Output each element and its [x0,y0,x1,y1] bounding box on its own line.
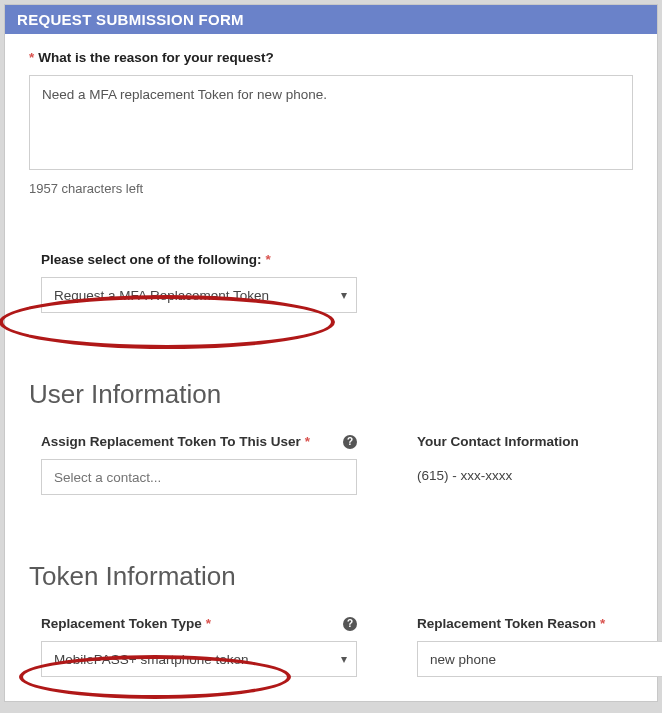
required-asterisk: * [305,434,310,449]
help-icon[interactable]: ? [343,617,357,631]
token-reason-input[interactable] [417,641,662,677]
assign-user-label: Assign Replacement Token To This User * … [41,434,357,449]
token-info-heading: Token Information [29,561,633,592]
token-type-wrap: MobilePASS+ smartphone token [41,641,357,677]
token-type-col: Replacement Token Type * ? MobilePASS+ s… [41,616,357,677]
contact-info-value: (615) - xxx-xxxx [417,459,617,483]
form-header: REQUEST SUBMISSION FORM [5,5,657,34]
char-count: 1957 characters left [29,181,633,196]
help-icon[interactable]: ? [343,435,357,449]
required-asterisk: * [600,616,605,631]
reason-textarea[interactable] [29,75,633,170]
contact-info-col: Your Contact Information (615) - xxx-xxx… [417,434,617,495]
select-one-dropdown[interactable]: Request a MFA Replacement Token [41,277,357,313]
select-one-wrap: Request a MFA Replacement Token [41,277,357,313]
required-asterisk: * [29,50,34,65]
user-info-heading: User Information [29,379,633,410]
contact-info-label: Your Contact Information [417,434,617,449]
token-reason-col: Replacement Token Reason * [417,616,617,677]
token-reason-label: Replacement Token Reason * [417,616,617,631]
required-asterisk: * [266,252,271,267]
token-info-row: Replacement Token Type * ? MobilePASS+ s… [41,616,633,677]
reason-label: * What is the reason for your request? [29,50,633,65]
assign-user-col: Assign Replacement Token To This User * … [41,434,357,495]
select-one-label: Please select one of the following: * [41,252,633,267]
token-type-label: Replacement Token Type * ? [41,616,357,631]
form-page: REQUEST SUBMISSION FORM * What is the re… [4,4,658,702]
token-type-dropdown[interactable]: MobilePASS+ smartphone token [41,641,357,677]
form-content: * What is the reason for your request? 1… [5,34,657,701]
assign-user-input[interactable] [41,459,357,495]
user-info-row: Assign Replacement Token To This User * … [41,434,633,495]
form-title: REQUEST SUBMISSION FORM [17,11,244,28]
required-asterisk: * [206,616,211,631]
